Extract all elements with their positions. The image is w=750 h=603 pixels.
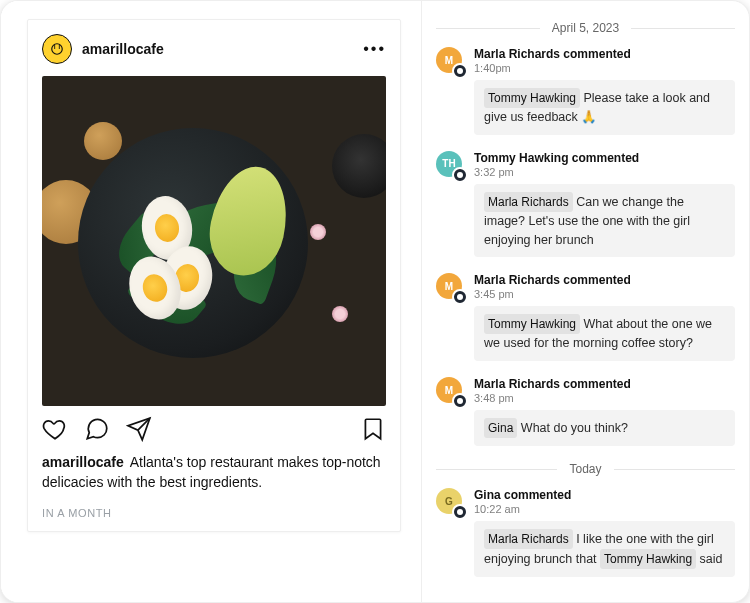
comment-text: Gina What do you think? [474,410,735,446]
paper-plane-icon [126,416,152,442]
food-cookie [84,122,122,160]
fork-plate-icon [50,42,64,56]
comment-timestamp: 10:22 am [474,503,735,515]
comment-avatar[interactable]: TH [436,151,464,179]
schedule-label: IN A MONTH [42,507,386,519]
comment-body: Marla Richards commented3:45 pmTommy Haw… [474,273,735,361]
share-button[interactable] [126,416,152,442]
comment-avatar[interactable]: M [436,377,464,405]
comment-author-line: Tommy Hawking commented [474,151,735,165]
comment-text: Tommy Hawking Please take a look and giv… [474,80,735,135]
date-divider: Today [436,462,735,476]
comment-item: MMarla Richards commented1:40pmTommy Haw… [436,47,735,135]
mention-chip[interactable]: Tommy Hawking [484,314,580,334]
comment-avatar[interactable]: M [436,47,464,75]
comment-avatar[interactable]: M [436,273,464,301]
comment-avatar[interactable]: G [436,488,464,516]
chat-badge-icon [452,504,468,520]
food-bowl [332,134,386,198]
comment-timestamp: 3:48 pm [474,392,735,404]
date-divider-label: Today [569,462,601,476]
chat-badge-icon [452,393,468,409]
post-preview-pane: amarillocafe ••• [1,1,421,602]
comment-author-line: Marla Richards commented [474,273,735,287]
speech-bubble-icon [84,416,110,442]
chat-badge-icon [452,289,468,305]
date-divider-label: April 5, 2023 [552,21,619,35]
save-button[interactable] [360,416,386,442]
mention-chip[interactable]: Tommy Hawking [600,549,696,569]
bookmark-icon [360,416,386,442]
heart-icon [42,416,68,442]
mention-chip[interactable]: Tommy Hawking [484,88,580,108]
mention-chip[interactable]: Gina [484,418,517,438]
comment-item: THTommy Hawking commented3:32 pmMarla Ri… [436,151,735,258]
comment-body: Tommy Hawking commented3:32 pmMarla Rich… [474,151,735,258]
post-header: amarillocafe ••• [42,34,386,64]
post-caption: amarillocafeAtlanta's top restaurant mak… [42,452,386,493]
app-frame: amarillocafe ••• [0,0,750,603]
post-action-row [42,416,386,442]
food-flower [332,306,348,322]
post-image [42,76,386,406]
comment-item: MMarla Richards commented3:45 pmTommy Ha… [436,273,735,361]
comment-author-line: Gina commented [474,488,735,502]
comment-author-line: Marla Richards commented [474,47,735,61]
post-actions-left [42,416,152,442]
profile-avatar[interactable] [42,34,72,64]
comment-text: Marla Richards I like the one with the g… [474,521,735,577]
chat-badge-icon [452,167,468,183]
mention-chip[interactable]: Marla Richards [484,529,573,549]
post-header-left: amarillocafe [42,34,164,64]
caption-username[interactable]: amarillocafe [42,454,124,470]
comment-timestamp: 3:45 pm [474,288,735,300]
comment-author-line: Marla Richards commented [474,377,735,391]
comment-button[interactable] [84,416,110,442]
like-button[interactable] [42,416,68,442]
comment-body: Marla Richards commented1:40pmTommy Hawk… [474,47,735,135]
comment-item: GGina commented10:22 amMarla Richards I … [436,488,735,577]
comment-timestamp: 3:32 pm [474,166,735,178]
mention-chip[interactable]: Marla Richards [484,192,573,212]
chat-badge-icon [452,63,468,79]
comment-body: Marla Richards commented3:48 pmGina What… [474,377,735,446]
comment-item: MMarla Richards commented3:48 pmGina Wha… [436,377,735,446]
comment-timestamp: 1:40pm [474,62,735,74]
comment-text: Tommy Hawking What about the one we we u… [474,306,735,361]
comments-pane: April 5, 2023 MMarla Richards commented1… [421,1,749,602]
post-username[interactable]: amarillocafe [82,41,164,57]
food-flower [310,224,326,240]
date-divider: April 5, 2023 [436,21,735,35]
comment-text: Marla Richards Can we change the image? … [474,184,735,258]
comment-body: Gina commented10:22 amMarla Richards I l… [474,488,735,577]
more-options-button[interactable]: ••• [363,40,386,58]
svg-point-0 [52,44,63,55]
post-card: amarillocafe ••• [27,19,401,532]
